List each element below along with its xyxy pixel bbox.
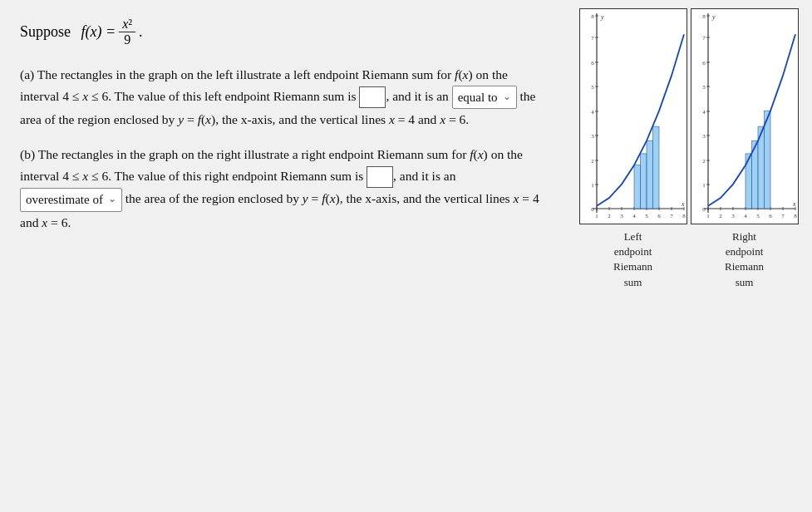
svg-text:2: 2 xyxy=(702,158,706,165)
svg-text:8: 8 xyxy=(682,213,686,219)
left-label-line1: Left xyxy=(624,230,642,243)
svg-text:1: 1 xyxy=(702,182,706,189)
numerator: x² xyxy=(119,17,135,32)
svg-rect-36 xyxy=(640,154,647,209)
svg-text:6: 6 xyxy=(657,213,661,219)
svg-text:5: 5 xyxy=(591,84,594,91)
svg-text:4: 4 xyxy=(632,213,636,219)
svg-rect-79 xyxy=(764,111,770,209)
svg-text:2: 2 xyxy=(719,213,722,219)
svg-text:7: 7 xyxy=(591,35,594,42)
svg-text:6: 6 xyxy=(769,213,772,219)
right-graph-svg: 0 1 2 3 4 5 6 7 8 xyxy=(691,9,799,224)
svg-text:8: 8 xyxy=(794,213,797,219)
svg-text:7: 7 xyxy=(670,213,673,219)
fraction-display: x² 9 xyxy=(119,17,135,47)
left-graph-box: 0 1 2 3 4 5 6 7 8 xyxy=(579,8,687,224)
left-graph-svg: 0 1 2 3 4 5 6 7 8 xyxy=(580,9,687,224)
svg-text:1: 1 xyxy=(591,182,594,189)
part-b-text2: , and it is an xyxy=(393,169,455,183)
svg-text:1: 1 xyxy=(706,213,710,219)
part-b-dropdown-label: overestimate of xyxy=(26,190,103,210)
svg-rect-38 xyxy=(652,126,659,209)
svg-text:y: y xyxy=(600,13,604,21)
svg-text:5: 5 xyxy=(756,213,760,219)
part-a-chevron-icon: ⌄ xyxy=(503,89,511,106)
left-label-line2: endpoint xyxy=(614,245,652,258)
svg-text:2: 2 xyxy=(591,158,594,165)
svg-text:7: 7 xyxy=(781,213,785,219)
graphs-row: 0 1 2 3 4 5 6 7 8 xyxy=(579,8,799,290)
svg-text:0: 0 xyxy=(591,206,594,213)
svg-text:1: 1 xyxy=(595,213,598,219)
svg-text:3: 3 xyxy=(731,213,735,219)
denominator: 9 xyxy=(121,32,134,47)
part-a: (a) The rectangles in the graph on the l… xyxy=(20,64,545,130)
svg-text:4: 4 xyxy=(744,213,747,219)
part-a-dropdown[interactable]: equal to⌄ xyxy=(452,86,517,110)
svg-text:5: 5 xyxy=(702,84,706,91)
svg-text:8: 8 xyxy=(591,13,594,20)
svg-text:5: 5 xyxy=(645,213,648,219)
part-b-value-input[interactable] xyxy=(367,166,393,188)
svg-text:x: x xyxy=(681,200,685,208)
left-label-line4: sum xyxy=(624,276,642,288)
right-panel: 0 1 2 3 4 5 6 7 8 xyxy=(565,0,812,512)
svg-text:0: 0 xyxy=(702,206,706,213)
svg-rect-37 xyxy=(647,140,653,209)
right-label-line1: Right xyxy=(732,230,756,243)
svg-text:4: 4 xyxy=(591,109,594,116)
svg-text:7: 7 xyxy=(702,35,706,42)
left-panel: Suppose f(x) = x² 9 . (a) The rectangles… xyxy=(0,0,565,512)
svg-text:3: 3 xyxy=(620,213,623,219)
right-graph-box: 0 1 2 3 4 5 6 7 8 xyxy=(691,8,799,224)
svg-text:3: 3 xyxy=(591,133,594,140)
function-notation: f(x) = xyxy=(81,23,116,41)
svg-text:y: y xyxy=(711,13,716,21)
formula-display: Suppose f(x) = x² 9 . xyxy=(20,17,545,47)
svg-text:4: 4 xyxy=(702,109,706,116)
part-b: (b) The rectangles in the graph on the r… xyxy=(20,144,545,233)
part-b-dropdown[interactable]: overestimate of⌄ xyxy=(20,188,122,212)
left-label-line3: Riemann xyxy=(613,260,652,273)
svg-text:2: 2 xyxy=(608,213,611,219)
right-label-line4: sum xyxy=(736,276,754,288)
svg-text:6: 6 xyxy=(702,60,706,66)
suppose-text: Suppose xyxy=(20,23,71,41)
right-label-line2: endpoint xyxy=(726,245,764,258)
svg-text:6: 6 xyxy=(591,60,594,66)
part-a-value-input[interactable] xyxy=(359,86,386,108)
right-label-line3: Riemann xyxy=(725,260,764,273)
part-a-text2: , and it is an xyxy=(386,89,451,103)
svg-text:3: 3 xyxy=(702,133,706,140)
left-graph-container: 0 1 2 3 4 5 6 7 8 xyxy=(579,8,687,290)
right-graph-container: 0 1 2 3 4 5 6 7 8 xyxy=(691,8,799,290)
left-graph-label: Left endpoint Riemann sum xyxy=(613,229,652,290)
part-a-dropdown-label: equal to xyxy=(458,87,498,108)
period: . xyxy=(139,23,143,41)
svg-text:8: 8 xyxy=(702,13,706,20)
svg-text:x: x xyxy=(792,200,796,208)
svg-rect-35 xyxy=(634,165,641,209)
part-b-chevron-icon: ⌄ xyxy=(108,191,116,208)
right-graph-label: Right endpoint Riemann sum xyxy=(725,229,764,290)
